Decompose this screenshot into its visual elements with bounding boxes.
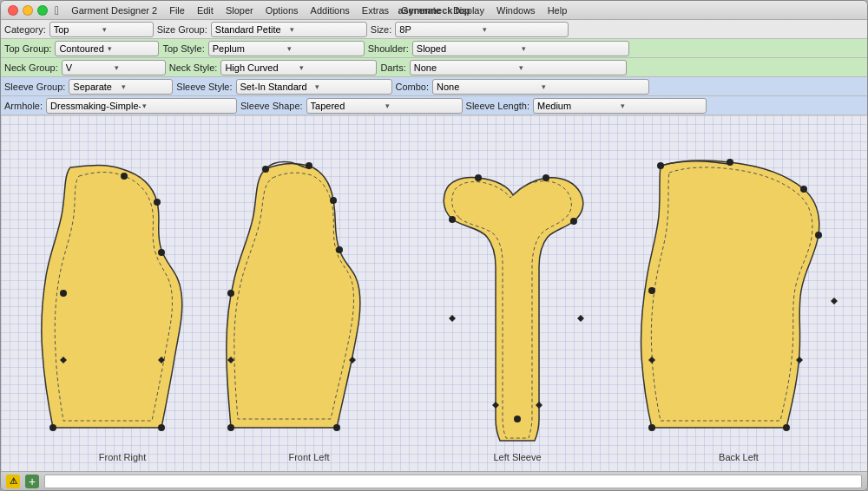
svg-point-1 — [154, 199, 161, 206]
menu-edit[interactable]: Edit — [192, 4, 219, 16]
main-window:  Garment Designer 2 File Edit Sloper Op… — [0, 0, 868, 491]
pattern-svg-front-left — [222, 159, 396, 445]
svg-point-28 — [800, 186, 807, 193]
svg-point-9 — [262, 166, 269, 173]
controls-panel: Category: Top ▾ Size Group: Standard Pet… — [1, 20, 867, 115]
traffic-lights — [8, 5, 48, 16]
svg-marker-22 — [449, 315, 456, 322]
pattern-piece-front-right: Front Right — [27, 159, 218, 445]
svg-point-11 — [336, 246, 343, 253]
statusbar: ⚠ + — [1, 471, 867, 490]
control-row-4: Sleeve Group: Separate ▾ Sleeve Style: S… — [1, 77, 867, 96]
sleeve-shape-select[interactable]: Tapered ▾ — [306, 98, 463, 114]
svg-point-19 — [449, 216, 456, 223]
svg-point-32 — [783, 424, 790, 431]
menu-windows[interactable]: Windows — [491, 4, 541, 16]
top-style-select[interactable]: Peplum ▾ — [208, 41, 365, 56]
darts-select[interactable]: None ▾ — [410, 60, 627, 75]
size-group-select[interactable]: Standard Petite ▾ — [211, 22, 367, 37]
piece-label-left-sleeve: Left Sleeve — [493, 452, 541, 462]
apple-menu-icon[interactable]:  — [55, 3, 59, 17]
combo-select[interactable]: None ▾ — [432, 79, 649, 95]
svg-point-31 — [648, 424, 655, 431]
darts-label: Darts: — [380, 62, 405, 73]
svg-point-20 — [570, 218, 577, 225]
control-row-2: Top Group: Contoured ▾ Top Style: Peplum… — [1, 39, 867, 58]
pattern-piece-front-left: Front Left — [222, 159, 396, 445]
shoulder-label: Shoulder: — [368, 43, 409, 54]
canvas-area[interactable]: Front Right Front Left — [1, 115, 867, 471]
armhole-select[interactable]: Dressmaking-Simple-Fit Only ▾ — [46, 98, 237, 114]
menu-file[interactable]: File — [164, 4, 190, 16]
pattern-svg-front-right — [27, 159, 218, 445]
menu-sloper[interactable]: Sloper — [220, 4, 259, 16]
pattern-piece-back-left: Back Left — [635, 159, 843, 445]
add-icon[interactable]: + — [25, 475, 39, 488]
menu-options[interactable]: Options — [260, 4, 304, 16]
svg-point-3 — [60, 290, 67, 297]
pattern-piece-left-sleeve: Left Sleeve — [426, 176, 608, 445]
menu-extras[interactable]: Extras — [357, 4, 394, 16]
menu-help[interactable]: Help — [542, 4, 573, 16]
svg-point-26 — [727, 159, 733, 166]
shoulder-select[interactable]: Sloped ▾ — [412, 41, 629, 56]
titlebar:  Garment Designer 2 File Edit Sloper Op… — [1, 1, 867, 20]
piece-label-front-left: Front Left — [288, 452, 329, 462]
window-title: asymmneck top — [398, 5, 470, 16]
close-button[interactable] — [8, 5, 18, 16]
svg-point-4 — [49, 424, 56, 431]
category-select[interactable]: Top ▾ — [49, 22, 154, 37]
svg-point-27 — [657, 162, 664, 169]
svg-point-5 — [158, 424, 165, 431]
app-name-label: Garment Designer 2 — [66, 4, 162, 16]
svg-point-12 — [227, 290, 234, 297]
svg-point-0 — [121, 173, 128, 180]
svg-point-21 — [514, 416, 521, 422]
svg-point-14 — [333, 424, 340, 431]
svg-marker-35 — [831, 298, 838, 304]
sleeve-group-select[interactable]: Separate ▾ — [69, 79, 173, 95]
menu-additions[interactable]: Additions — [306, 4, 355, 16]
status-input[interactable] — [44, 475, 862, 488]
svg-point-29 — [815, 232, 822, 239]
svg-point-17 — [475, 174, 482, 181]
sleeve-group-label: Sleeve Group: — [4, 82, 65, 92]
category-label: Category: — [4, 24, 46, 35]
sleeve-style-select[interactable]: Set-In Standard ▾ — [236, 79, 392, 95]
control-row-5: Armhole: Dressmaking-Simple-Fit Only ▾ S… — [1, 96, 867, 115]
armhole-label: Armhole: — [4, 101, 43, 111]
top-group-label: Top Group: — [4, 43, 51, 54]
sleeve-style-label: Sleeve Style: — [176, 82, 232, 92]
size-select[interactable]: 8P ▾ — [395, 22, 569, 37]
neck-group-label: Neck Group: — [4, 62, 58, 73]
neck-style-label: Neck Style: — [169, 62, 218, 73]
piece-label-back-left: Back Left — [719, 452, 759, 462]
combo-label: Combo: — [396, 82, 430, 92]
top-style-label: Top Style: — [162, 43, 204, 54]
svg-point-13 — [227, 424, 234, 431]
minimize-button[interactable] — [23, 5, 33, 16]
pattern-svg-back-left — [635, 159, 843, 445]
neck-style-select[interactable]: High Curved ▾ — [220, 60, 377, 75]
top-group-select[interactable]: Contoured ▾ — [55, 41, 159, 56]
sleeve-shape-label: Sleeve Shape: — [240, 101, 303, 111]
warning-icon: ⚠ — [6, 475, 20, 488]
neck-group-select[interactable]: V ▾ — [62, 60, 166, 75]
svg-marker-23 — [577, 315, 584, 322]
svg-point-8 — [306, 162, 312, 169]
piece-label-front-right: Front Right — [99, 452, 146, 462]
svg-point-2 — [158, 249, 165, 256]
sleeve-length-label: Sleeve Length: — [466, 101, 529, 111]
svg-point-18 — [542, 174, 549, 181]
maximize-button[interactable] — [37, 5, 48, 16]
pattern-svg-left-sleeve — [426, 176, 608, 445]
size-label: Size: — [371, 24, 391, 35]
size-group-label: Size Group: — [157, 24, 207, 35]
control-row-1: Category: Top ▾ Size Group: Standard Pet… — [1, 20, 867, 39]
svg-point-30 — [648, 287, 655, 294]
svg-point-10 — [330, 197, 337, 204]
sleeve-length-select[interactable]: Medium ▾ — [533, 98, 707, 114]
control-row-3: Neck Group: V ▾ Neck Style: High Curved … — [1, 58, 867, 77]
